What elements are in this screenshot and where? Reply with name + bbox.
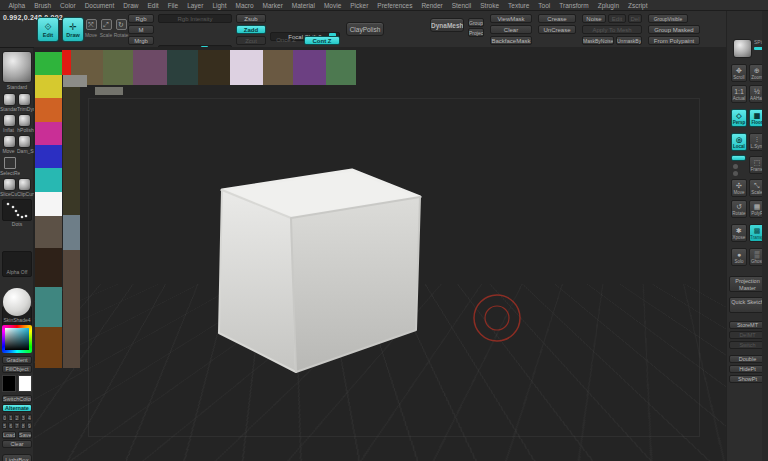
scale-button[interactable]: ⤢ Scale bbox=[99, 19, 113, 41]
switchcolor-button[interactable]: SwitchColor bbox=[2, 395, 32, 403]
noise-del-button[interactable]: Del bbox=[628, 14, 642, 23]
dynamesh-group-button[interactable]: Group bbox=[468, 18, 484, 27]
backfacemask-button[interactable]: BackfaceMask bbox=[490, 36, 532, 45]
scroll-button[interactable]: ✥ Scroll bbox=[731, 64, 747, 82]
showpt-button[interactable]: ShowPt bbox=[729, 375, 766, 383]
color-picker-saturation[interactable] bbox=[5, 328, 29, 350]
m-button[interactable]: M bbox=[128, 25, 154, 34]
alternate-button[interactable]: Alternate bbox=[2, 404, 32, 412]
digit-cell-5[interactable]: 5 bbox=[2, 422, 7, 429]
digit-cell-0[interactable]: 0 bbox=[2, 414, 7, 421]
delmt-button[interactable]: DelMT bbox=[729, 331, 766, 339]
menu-item-picker[interactable]: Picker bbox=[346, 0, 373, 11]
brush-slicecurve-button[interactable] bbox=[3, 178, 16, 191]
brush-move-button[interactable] bbox=[3, 135, 16, 148]
maskbynoise-button[interactable]: MaskByNoise bbox=[582, 36, 614, 45]
local-button[interactable]: ◎ Local bbox=[731, 133, 747, 151]
zsub-button[interactable]: Zsub bbox=[236, 14, 266, 23]
dynamesh-project-button[interactable]: Project bbox=[468, 28, 484, 37]
clear-mask-button[interactable]: Clear bbox=[490, 25, 532, 34]
digit-cell-1[interactable]: 1 bbox=[8, 414, 13, 421]
dynamesh-button[interactable]: DynaMesh bbox=[430, 18, 464, 32]
menu-item-file[interactable]: File bbox=[163, 0, 182, 11]
brush-selectrect-button[interactable] bbox=[4, 157, 16, 169]
menu-item-macro[interactable]: Macro bbox=[231, 0, 258, 11]
menu-item-zscript[interactable]: Zscript bbox=[624, 0, 653, 11]
claypolish-button[interactable]: ClayPolish bbox=[346, 22, 384, 36]
lightbox-button[interactable]: LightBox bbox=[2, 454, 32, 461]
brush-trimdynamic-button[interactable] bbox=[18, 93, 31, 106]
menu-item-zplugin[interactable]: Zplugin bbox=[593, 0, 623, 11]
move-3d-button[interactable]: ✣ Move bbox=[731, 179, 747, 197]
menu-item-material[interactable]: Material bbox=[287, 0, 319, 11]
preview-material-button[interactable] bbox=[733, 39, 752, 58]
switch-button[interactable]: Switch bbox=[729, 341, 766, 349]
from-polypaint-button[interactable]: From Polypaint bbox=[648, 36, 700, 45]
noise-button[interactable]: Noise bbox=[582, 14, 606, 23]
menu-item-texture[interactable]: Texture bbox=[504, 0, 534, 11]
rgb-button[interactable]: Rgb bbox=[128, 14, 154, 23]
viewmask-button[interactable]: ViewMask bbox=[490, 14, 532, 23]
menu-item-layer[interactable]: Layer bbox=[183, 0, 208, 11]
document-canvas[interactable] bbox=[34, 47, 726, 461]
persp-button[interactable]: ◇ Persp bbox=[731, 109, 747, 127]
quick-sketch-button[interactable]: Quick Sketch bbox=[729, 297, 766, 313]
apply-to-mesh-button[interactable]: Apply To Mesh bbox=[582, 25, 642, 34]
digit-cell-7[interactable]: 7 bbox=[14, 422, 19, 429]
actual-button[interactable]: 1:1 Actual bbox=[731, 85, 747, 103]
current-brush-button[interactable] bbox=[2, 51, 32, 83]
menu-item-marker[interactable]: Marker bbox=[258, 0, 287, 11]
noise-edit-button[interactable]: Edit bbox=[608, 14, 626, 23]
groupvisible-button[interactable]: GroupVisible bbox=[648, 14, 688, 23]
solo-button[interactable]: ● Solo bbox=[731, 248, 747, 266]
edit-button[interactable]: ⟐ Edit bbox=[37, 17, 59, 42]
mini-toggle-button[interactable] bbox=[731, 155, 746, 161]
menu-item-stroke[interactable]: Stroke bbox=[476, 0, 504, 11]
brush-clipcurve-button[interactable] bbox=[18, 178, 31, 191]
menu-item-alpha[interactable]: Alpha bbox=[4, 0, 30, 11]
menu-item-tool[interactable]: Tool bbox=[534, 0, 555, 11]
unmaskbynoise-button[interactable]: UnmaskByNoise bbox=[616, 36, 642, 45]
cube-mesh[interactable] bbox=[219, 170, 420, 372]
alpha-selector[interactable]: Alpha Off bbox=[2, 251, 32, 277]
menu-item-render[interactable]: Render bbox=[417, 0, 447, 11]
menu-item-color[interactable]: Color bbox=[56, 0, 81, 11]
digit-cell-9[interactable]: 9 bbox=[27, 422, 32, 429]
brush-hpolish-button[interactable] bbox=[18, 114, 31, 127]
digit-cell-4[interactable]: 4 bbox=[27, 414, 32, 421]
menu-item-edit[interactable]: Edit bbox=[143, 0, 163, 11]
storemt-button[interactable]: StoreMT bbox=[729, 321, 766, 329]
uncrease-button[interactable]: UnCrease bbox=[538, 25, 576, 34]
brush-inflat-button[interactable] bbox=[3, 114, 16, 127]
once-z-button[interactable]: Once Z bbox=[270, 36, 302, 45]
main-color-swatch[interactable] bbox=[2, 375, 16, 392]
brush-damstandard-button[interactable] bbox=[18, 135, 31, 148]
group-masked-button[interactable]: Group Masked bbox=[648, 25, 700, 34]
gradient-button[interactable]: Gradient bbox=[2, 356, 32, 364]
draw-button[interactable]: ✛ Draw bbox=[62, 17, 84, 42]
move-button[interactable]: ⤧ Move bbox=[84, 19, 98, 41]
menu-item-transform[interactable]: Transform bbox=[555, 0, 593, 11]
clear-button[interactable]: Clear bbox=[2, 440, 32, 448]
crease-button[interactable]: Crease bbox=[538, 14, 576, 23]
cont-z-button[interactable]: Cont Z bbox=[304, 36, 340, 45]
rotate-3d-button[interactable]: ↺ Rotate bbox=[731, 200, 747, 218]
digit-cell-2[interactable]: 2 bbox=[14, 414, 19, 421]
rgb-intensity-slider[interactable]: Rgb Intensity bbox=[158, 14, 232, 23]
save-button[interactable]: Save bbox=[18, 431, 32, 439]
projection-master-button[interactable]: Projection Master bbox=[729, 276, 766, 292]
hidept-button[interactable]: HidePt bbox=[729, 365, 766, 373]
menu-item-stencil[interactable]: Stencil bbox=[447, 0, 476, 11]
stroke-selector[interactable] bbox=[2, 199, 32, 221]
menu-item-document[interactable]: Document bbox=[80, 0, 119, 11]
menu-item-draw[interactable]: Draw bbox=[119, 0, 143, 11]
xpose-button[interactable]: ✱ Xpose bbox=[731, 224, 747, 242]
mrgb-button[interactable]: Mrgb bbox=[128, 36, 154, 45]
zcut-button[interactable]: Zcut bbox=[236, 36, 266, 45]
digit-cell-8[interactable]: 8 bbox=[21, 422, 26, 429]
menu-item-light[interactable]: Light bbox=[208, 0, 231, 11]
fillobject-button[interactable]: FillObject bbox=[2, 365, 32, 373]
material-selector[interactable] bbox=[3, 288, 31, 316]
secondary-color-swatch[interactable] bbox=[18, 375, 32, 392]
zadd-button[interactable]: Zadd bbox=[236, 25, 266, 34]
